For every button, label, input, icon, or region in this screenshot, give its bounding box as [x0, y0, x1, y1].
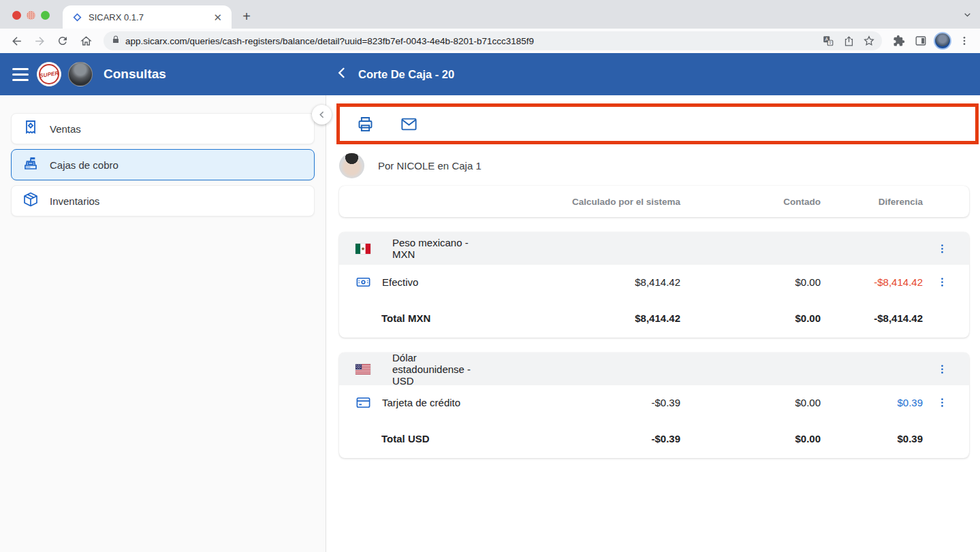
tarjeta-kebab-menu-icon[interactable]: [932, 393, 951, 412]
credit-card-icon: [355, 395, 371, 410]
sidebar-item-label: Inventarios: [50, 195, 99, 207]
currency-label: Peso mexicano - MXN: [392, 237, 476, 260]
report-subtitle-row: Por NICOLE en Caja 1: [336, 153, 980, 178]
sidebar-item-label: Ventas: [50, 123, 81, 135]
hamburger-menu-icon[interactable]: [10, 63, 31, 85]
row-difference-value: $0.39: [821, 397, 923, 408]
extensions-puzzle-icon[interactable]: [890, 32, 908, 50]
total-difference-value: $0.39: [821, 433, 923, 444]
user-avatar[interactable]: [68, 62, 93, 86]
table-header: Calculado por el sistema Contado Diferen…: [339, 186, 969, 217]
header-contado: Contado: [680, 197, 821, 207]
url-text: app.sicarx.com/queries/cash-registers/ba…: [125, 36, 814, 46]
tab-strip: SICARX 0.1.7 ✕ +: [0, 0, 980, 29]
nicole-avatar: [339, 153, 364, 178]
sidebar: Ventas Cajas de cobro Inventarios: [0, 95, 326, 552]
table-row-tarjeta: Tarjeta de crédito -$0.39 $0.00 $0.39: [339, 385, 969, 419]
window-minimize-button[interactable]: [27, 11, 35, 20]
sicarx-favicon-icon: [72, 12, 82, 22]
row-label: Efectivo: [382, 276, 418, 288]
bookmark-star-icon[interactable]: [860, 32, 878, 50]
back-icon[interactable]: [7, 31, 26, 50]
app-bar: SUPER Consultas Corte De Caja - 20: [0, 53, 980, 95]
app-title: Consultas: [104, 67, 166, 82]
header-calculado: Calculado por el sistema: [476, 197, 680, 207]
browser-tab[interactable]: SICARX 0.1.7 ✕: [63, 5, 232, 29]
sidebar-item-label: Cajas de cobro: [50, 159, 118, 171]
row-system-value: -$0.39: [476, 397, 680, 408]
sidebar-item-cajas-de-cobro[interactable]: Cajas de cobro: [11, 149, 315, 180]
traffic-lights: [12, 11, 50, 20]
page-title: Corte De Caja - 20: [358, 68, 454, 81]
mxn-kebab-menu-icon[interactable]: [932, 239, 951, 258]
actions-toolbar-highlighted: [336, 103, 979, 144]
usd-kebab-menu-icon[interactable]: [932, 359, 951, 378]
total-counted-value: $0.00: [680, 433, 821, 444]
sidebar-item-ventas[interactable]: Ventas: [11, 113, 315, 144]
currency-section-row: Dólar estadounidense - USD: [339, 353, 969, 385]
table-row-efectivo: Efectivo $8,414.42 $0.00 -$8,414.42: [339, 265, 969, 299]
total-row-usd: Total USD -$0.39 $0.00 $0.39: [339, 419, 969, 458]
share-icon[interactable]: [840, 32, 857, 50]
mexico-flag-icon: [355, 244, 370, 254]
banknote-icon: [355, 274, 371, 290]
back-chevron-icon[interactable]: [335, 66, 349, 82]
store-logo: SUPER: [37, 62, 61, 86]
forward-icon[interactable]: [30, 31, 49, 50]
total-difference-value: -$8,414.42: [821, 312, 923, 324]
main-content: Por NICOLE en Caja 1 Calculado por el si…: [326, 95, 980, 552]
report-subtitle: Por NICOLE en Caja 1: [378, 160, 481, 172]
print-icon[interactable]: [355, 114, 375, 133]
total-label: Total USD: [381, 433, 430, 444]
window-zoom-button[interactable]: [41, 11, 50, 20]
currency-group-usd: Dólar estadounidense - USD Tarjeta de cr…: [339, 353, 969, 458]
lock-icon[interactable]: [112, 35, 120, 47]
row-difference-value: -$8,414.42: [821, 276, 923, 288]
browser-profile-avatar[interactable]: [934, 32, 951, 50]
total-counted-value: $0.00: [680, 312, 821, 324]
side-panel-icon[interactable]: [912, 32, 930, 50]
tab-title: SICARX 0.1.7: [89, 12, 204, 22]
receipt-icon: [22, 119, 39, 138]
total-label: Total MXN: [381, 312, 430, 324]
row-counted-value: $0.00: [680, 397, 821, 408]
tab-close-icon[interactable]: ✕: [210, 11, 225, 24]
translate-icon[interactable]: A文: [819, 32, 837, 50]
tab-search-chevron-icon[interactable]: [963, 10, 972, 22]
new-tab-button[interactable]: +: [237, 7, 256, 26]
window-close-button[interactable]: [12, 11, 21, 20]
total-system-value: $8,414.42: [476, 312, 680, 324]
currency-section-row: Peso mexicano - MXN: [339, 232, 969, 265]
browser-window: SICARX 0.1.7 ✕ + app.sicarx.com/queries/…: [0, 0, 980, 552]
package-icon: [22, 191, 39, 210]
mail-icon[interactable]: [399, 114, 418, 133]
sidebar-item-inventarios[interactable]: Inventarios: [11, 185, 315, 216]
efectivo-kebab-menu-icon[interactable]: [932, 272, 951, 291]
svg-text:文: 文: [828, 41, 832, 45]
row-counted-value: $0.00: [680, 276, 821, 288]
row-label: Tarjeta de crédito: [382, 397, 460, 408]
row-system-value: $8,414.42: [476, 276, 680, 288]
cash-register-icon: [22, 155, 39, 174]
total-system-value: -$0.39: [476, 433, 680, 444]
address-bar[interactable]: app.sicarx.com/queries/cash-registers/ba…: [104, 31, 882, 50]
currency-label: Dólar estadounidense - USD: [392, 353, 476, 387]
usa-flag-icon: [355, 364, 370, 374]
sidebar-collapse-button[interactable]: [312, 105, 332, 125]
reload-icon[interactable]: [53, 31, 72, 50]
header-diferencia: Diferencia: [821, 197, 923, 207]
total-row-mxn: Total MXN $8,414.42 $0.00 -$8,414.42: [339, 299, 969, 338]
currency-group-mxn: Peso mexicano - MXN Efectivo $8,414.42: [339, 232, 969, 338]
home-icon[interactable]: [76, 31, 95, 50]
browser-kebab-menu-icon[interactable]: [955, 32, 973, 50]
browser-toolbar: app.sicarx.com/queries/cash-registers/ba…: [0, 29, 980, 53]
